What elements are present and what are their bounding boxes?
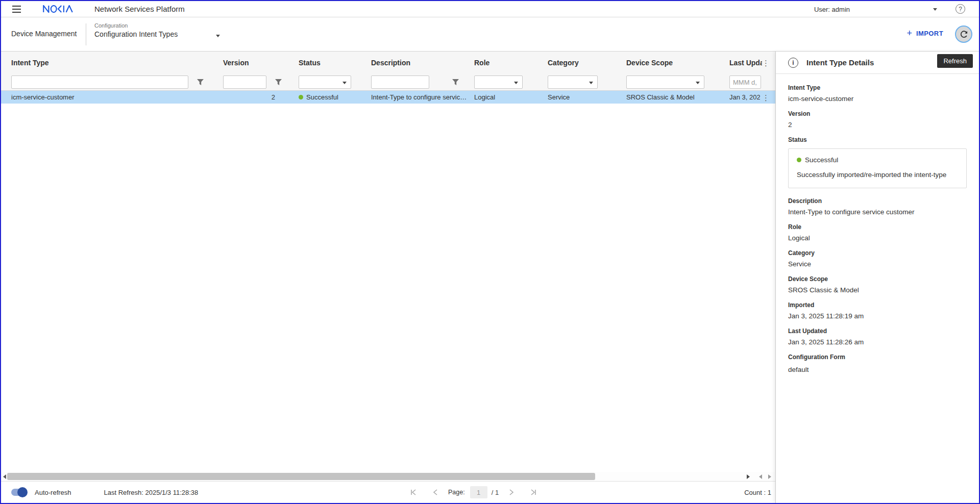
import-button[interactable]: + IMPORT	[907, 29, 943, 38]
grid-empty-space	[1, 104, 775, 472]
main-area: Intent Type Version Status Description R…	[1, 52, 979, 503]
next-page-icon[interactable]	[509, 489, 514, 496]
status-message: Successfully imported/re-imported the in…	[797, 171, 958, 179]
details-panel-body: Intent Type icm-service-customer Version…	[776, 74, 979, 391]
filter-select-category[interactable]	[548, 75, 598, 89]
user-menu-label[interactable]: User: admin	[814, 6, 850, 13]
toolbar: Device Management Configuration Configur…	[1, 17, 979, 52]
hamburger-menu-icon[interactable]	[12, 6, 21, 13]
last-refresh-text: Last Refresh: 2025/1/3 11:28:38	[104, 489, 199, 496]
view-picker-value: Configuration Intent Types	[94, 30, 223, 38]
column-header-version[interactable]: Version	[223, 59, 299, 67]
status-bar: Auto-refresh Last Refresh: 2025/1/3 11:2…	[1, 482, 775, 503]
cell-intent-type: icm-service-customer	[11, 93, 223, 101]
info-icon: i	[788, 58, 798, 68]
top-bar: Network Services Platform User: admin ?	[1, 1, 979, 17]
column-header-status[interactable]: Status	[299, 59, 371, 67]
details-panel: Refresh i Intent Type Details Intent Typ…	[775, 52, 979, 503]
detail-field-intent-type: Intent Type icm-service-customer	[788, 84, 967, 103]
chevron-down-icon	[696, 82, 700, 84]
last-page-icon[interactable]	[529, 489, 537, 496]
status-box: Successful Successfully imported/re-impo…	[788, 148, 967, 188]
columns-prev-arrow-icon[interactable]	[758, 474, 763, 480]
nokia-logo	[42, 5, 76, 15]
plus-icon: +	[907, 29, 913, 38]
columns-next-arrow-icon[interactable]	[768, 474, 772, 480]
help-icon[interactable]: ?	[955, 4, 965, 14]
view-picker-caption: Configuration	[94, 22, 223, 29]
pagination: Page: / 1	[409, 482, 537, 503]
filter-input-version[interactable]	[223, 75, 266, 89]
app-window: Network Services Platform User: admin ? …	[0, 0, 980, 504]
status-success-dot-icon	[797, 158, 801, 162]
details-panel-title: Intent Type Details	[806, 58, 874, 67]
page-total: / 1	[492, 489, 499, 496]
grid-header-row: Intent Type Version Status Description R…	[1, 52, 775, 74]
filter-select-device-scope[interactable]	[626, 75, 704, 89]
page-label: Page:	[448, 489, 465, 496]
cell-role: Logical	[474, 93, 548, 101]
filter-input-description[interactable]	[371, 75, 429, 89]
filter-select-role[interactable]	[474, 75, 523, 89]
filter-input-intent-type[interactable]	[11, 75, 188, 89]
toolbar-divider	[86, 23, 86, 45]
column-menu-kebab-icon[interactable]: ⋮	[762, 59, 769, 67]
detail-field-imported: Imported Jan 3, 2025 11:28:19 am	[788, 301, 967, 320]
view-picker[interactable]: Configuration Configuration Intent Types	[94, 22, 223, 38]
chevron-down-icon	[589, 82, 593, 84]
column-header-role[interactable]: Role	[474, 59, 548, 67]
column-header-description[interactable]: Description	[371, 59, 474, 67]
filter-date-last-updated[interactable]	[729, 75, 761, 89]
detail-field-configuration-form: Configuration Form default	[788, 354, 967, 373]
cell-category: Service	[548, 93, 626, 101]
detail-field-last-updated: Last Updated Jan 3, 2025 11:28:26 am	[788, 327, 967, 346]
scroll-right-arrow-icon[interactable]	[746, 474, 750, 480]
detail-field-role: Role Logical	[788, 223, 967, 242]
status-success-dot-icon	[299, 95, 303, 99]
user-menu-caret-icon[interactable]	[933, 8, 937, 11]
cell-version: 2	[223, 93, 299, 101]
detail-field-description: Description Intent-Type to configure ser…	[788, 197, 967, 216]
row-actions-kebab-icon[interactable]: ⋮	[762, 93, 769, 101]
import-button-label: IMPORT	[916, 30, 943, 37]
filter-funnel-icon[interactable]	[452, 79, 459, 86]
cell-device-scope: SROS Classic & Model	[626, 93, 729, 101]
row-count-label: Count : 1	[744, 489, 771, 496]
cell-description: Intent-Type to configure service custome…	[371, 93, 474, 101]
detail-field-version: Version 2	[788, 110, 967, 129]
refresh-tooltip: Refresh	[937, 54, 973, 68]
cell-last-updated: Jan 3, 2025 11:28:26 am ⋮	[729, 91, 775, 104]
grid-filter-row	[1, 74, 775, 91]
auto-refresh-label: Auto-refresh	[35, 489, 71, 496]
detail-field-status: Status Successful Successfully imported/…	[788, 136, 967, 188]
column-header-device-scope[interactable]: Device Scope	[626, 59, 729, 67]
table-row-selected[interactable]: icm-service-customer 2 Successful Intent…	[1, 91, 775, 104]
chevron-down-icon	[342, 82, 347, 84]
column-header-last-updated[interactable]: Last Updated ⋮	[729, 52, 775, 74]
filter-funnel-icon[interactable]	[275, 79, 282, 86]
refresh-button[interactable]	[955, 26, 972, 43]
cell-status: Successful	[299, 93, 371, 101]
column-header-intent-type[interactable]: Intent Type	[11, 59, 223, 67]
horizontal-scrollbar[interactable]	[1, 472, 775, 482]
refresh-icon	[959, 30, 969, 39]
chevron-down-icon	[216, 35, 220, 37]
scrollbar-thumb[interactable]	[7, 473, 595, 480]
app-title: Network Services Platform	[94, 5, 185, 13]
page-number-input[interactable]	[470, 486, 487, 498]
filter-funnel-icon[interactable]	[197, 79, 204, 86]
prev-page-icon[interactable]	[433, 489, 438, 496]
first-page-icon[interactable]	[409, 489, 418, 496]
filter-select-status[interactable]	[299, 75, 351, 89]
intent-types-grid: Intent Type Version Status Description R…	[1, 52, 775, 503]
detail-field-category: Category Service	[788, 249, 967, 268]
nav-title: Device Management	[11, 30, 77, 38]
scroll-left-arrow-icon[interactable]	[3, 474, 7, 480]
chevron-down-icon	[514, 82, 518, 84]
auto-refresh-toggle[interactable]	[11, 489, 27, 496]
column-header-category[interactable]: Category	[548, 59, 626, 67]
detail-field-device-scope: Device Scope SROS Classic & Model	[788, 275, 967, 294]
